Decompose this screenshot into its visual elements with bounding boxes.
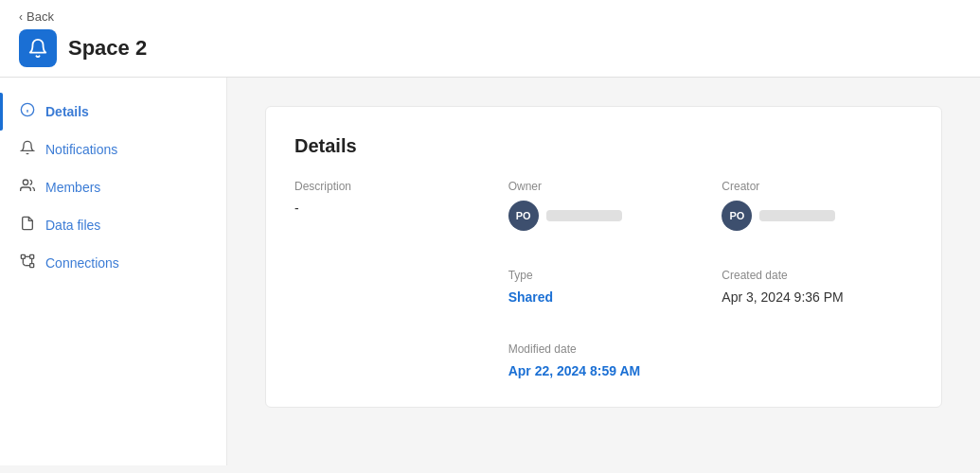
sidebar-item-label: Details [45,104,89,119]
modified-date-value: Apr 22, 2024 8:59 AM [508,363,700,378]
details-icon [19,102,36,121]
description-label: Description [294,180,486,193]
space-icon [19,29,57,67]
top-bar: ‹ Back Space 2 [0,0,980,78]
owner-section: Owner PO [508,180,700,231]
spacer-section3 [722,342,913,378]
creator-label: Creator [722,180,913,193]
type-section: Type Shared [508,269,700,305]
creator-name-bar [759,210,835,221]
created-date-section: Created date Apr 3, 2024 9:36 PM [722,269,913,305]
sidebar-item-label: Data files [45,218,100,233]
notifications-icon [19,140,36,159]
type-label: Type [508,269,700,282]
details-card: Details Description - Owner PO Creator [265,106,942,408]
sidebar-item-details[interactable]: Details [0,93,226,131]
sidebar-item-connections[interactable]: Connections [0,244,226,282]
svg-rect-4 [21,254,25,258]
sidebar-item-members[interactable]: Members [0,168,226,206]
created-date-label: Created date [722,269,913,282]
description-value: - [294,201,486,216]
sidebar-item-label: Notifications [45,142,117,157]
type-value: Shared [508,289,700,305]
sidebar-item-label: Connections [45,255,119,271]
members-icon [19,178,36,197]
connections-icon [19,254,36,272]
owner-name-bar [546,210,622,221]
modified-date-section: Modified date Apr 22, 2024 8:59 AM [508,342,700,378]
owner-label: Owner [508,180,700,193]
svg-line-11 [23,264,25,266]
space-title: Space 2 [68,36,147,61]
created-date-value: Apr 3, 2024 9:36 PM [722,289,913,305]
sidebar-item-label: Members [45,180,100,195]
svg-point-3 [23,180,27,184]
back-label: Back [27,9,54,24]
modified-date-label: Modified date [508,342,700,356]
owner-chip: PO [508,201,700,231]
sidebar-item-data-files[interactable]: Data files [0,206,226,244]
creator-chip: PO [722,201,913,231]
spacer-section [294,269,486,305]
creator-avatar: PO [722,201,752,231]
content-area: Details Description - Owner PO Creator [227,78,980,465]
back-chevron-icon: ‹ [19,10,23,24]
svg-rect-6 [30,254,34,258]
svg-rect-5 [30,264,34,268]
data-files-icon [19,216,36,235]
spacer-section2 [294,342,486,378]
details-title: Details [294,135,913,157]
back-link[interactable]: ‹ Back [19,9,961,24]
sidebar-item-notifications[interactable]: Notifications [0,131,226,168]
sidebar: Details Notifications Members [0,78,227,465]
description-section: Description - [294,180,486,231]
owner-avatar: PO [508,201,539,231]
creator-section: Creator PO [722,180,913,231]
